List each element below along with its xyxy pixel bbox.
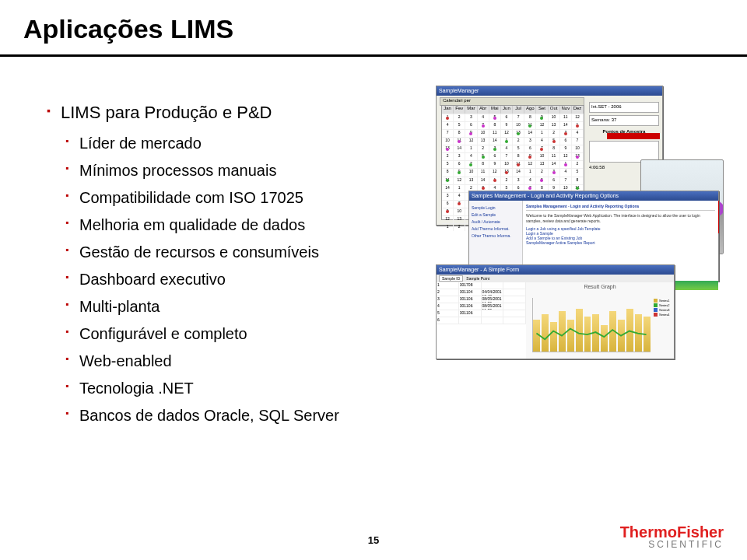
bullet-lvl2: Tecnologia .NET xyxy=(65,377,405,400)
interval-field: Int.SET - 2006 xyxy=(589,102,659,113)
month: Set xyxy=(536,106,548,114)
title-underline xyxy=(0,54,747,57)
web-intro: Welcome to the SampleManager Web Applica… xyxy=(526,213,715,223)
legend-item: Series3 xyxy=(654,308,672,312)
bullet-lvl2: Configurável e completo xyxy=(65,323,405,345)
bullet-lvl2: Bancos de dados Oracle, SQL Server xyxy=(65,404,405,427)
nav-link: Audit / Automate xyxy=(472,219,520,224)
month: Jul xyxy=(513,106,524,114)
bullet-lvl2: Multi-planta xyxy=(65,296,405,318)
bullet-list: LIMS para Produção e P&D Líder de mercad… xyxy=(47,101,405,432)
logo-bottom: SCIENTIFIC xyxy=(620,540,724,549)
semana-field: Semana: 37 xyxy=(589,115,659,126)
legend-item: Series1 xyxy=(654,299,672,303)
month: Abr xyxy=(478,106,489,114)
window-title: Samples Management - Login and Activity … xyxy=(469,191,718,201)
web-heading: Samples Management - Login and Activity … xyxy=(526,204,715,211)
month: Nov xyxy=(560,106,572,114)
calendar-header: Jan Fev Mar Abr Mai Jun Jul Ago Set Out … xyxy=(442,106,584,114)
month: Ago xyxy=(524,106,536,114)
web-link: SampleManager Active Samples Report xyxy=(526,240,715,245)
logo-top: ThermoFisher xyxy=(620,524,724,540)
bullet-lvl2: Gestão de recursos e consumíveis xyxy=(65,241,405,264)
month: Dez xyxy=(572,106,584,114)
bar-chart xyxy=(532,298,651,352)
slide-title: Aplicações LIMS xyxy=(23,14,233,44)
month: Jan xyxy=(442,106,454,114)
tab: Sample Point xyxy=(466,276,489,281)
month: Jun xyxy=(501,106,513,114)
bullet-lvl2: Web-enabled xyxy=(65,350,405,373)
window-title: SampleManager xyxy=(437,86,662,96)
chart-area: Result Graph Series1 Series2 Series3 Ser… xyxy=(526,282,674,359)
month: Fev xyxy=(454,106,465,114)
table-tabs: Sample ID Sample Point xyxy=(437,275,674,282)
nav-link: Sample Login xyxy=(472,205,520,210)
window-title: SampleManager - A Simple Form xyxy=(437,265,674,275)
screenshot-composite: SampleManager Calendari per Jan Fev Mar … xyxy=(436,86,724,358)
bullet-lvl2: Mínimos processos manuais xyxy=(65,159,405,182)
chart-legend: Series1 Series2 Series3 Series4 xyxy=(654,298,672,317)
nav-link: Add Thermo Informat. xyxy=(472,226,520,231)
month: Out xyxy=(549,106,560,114)
red-accent xyxy=(607,133,660,139)
legend-item: Series4 xyxy=(654,313,672,317)
bullet-lvl1: LIMS para Produção e P&D xyxy=(47,101,405,124)
nav-link: Edit a Sample xyxy=(472,212,520,217)
month: Mar xyxy=(465,106,477,114)
bullet-lvl2: Melhoria em qualidade de dados xyxy=(65,214,405,236)
nav-link: Other Thermo Informa. xyxy=(472,233,520,238)
brand-logo: ThermoFisher SCIENTIFIC xyxy=(620,524,724,549)
legend-item: Series2 xyxy=(654,303,672,307)
bullet-lvl2: Dashboard executivo xyxy=(65,268,405,291)
data-grid: 1301708230110404/04/2001 10:48330110608/… xyxy=(437,282,527,359)
chart-title: Result Graph xyxy=(526,284,674,289)
table-body: Sample ID Sample Point 1301708230110404/… xyxy=(437,275,674,359)
tab: Sample ID xyxy=(439,275,463,282)
bullet-lvl2: Líder de mercado xyxy=(65,132,405,155)
slide: Aplicações LIMS LIMS para Produção e P&D… xyxy=(0,0,747,560)
month: Mai xyxy=(489,106,501,114)
bullet-lvl2: Compatibilidade com ISO 17025 xyxy=(65,187,405,209)
table-window: SampleManager - A Simple Form Sample ID … xyxy=(436,264,675,359)
